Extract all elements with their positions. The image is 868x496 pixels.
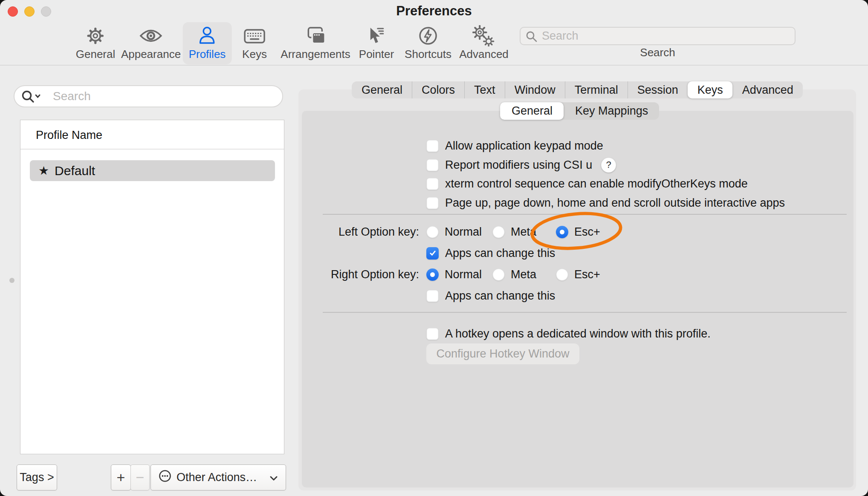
row-keypad-mode: Allow application keypad mode (426, 138, 603, 154)
search-icon (526, 31, 538, 44)
toolbar-item-label: Appearance (121, 48, 181, 61)
windows-icon (304, 25, 327, 47)
cursor-icon (366, 25, 387, 47)
toolbar-item-appearance[interactable]: Appearance (115, 22, 187, 64)
preferences-window: Preferences General Appearance (0, 0, 868, 496)
tab-general[interactable]: General (352, 81, 412, 98)
remove-profile-button[interactable]: − (130, 464, 150, 490)
toolbar-item-shortcuts[interactable]: Shortcuts (399, 22, 457, 64)
right-option-meta: Meta (492, 266, 536, 283)
checkbox-csi-u[interactable] (426, 159, 439, 171)
toolbar-item-pointer[interactable]: Pointer (353, 22, 400, 64)
checkbox-label: Allow application keypad mode (445, 139, 603, 153)
tab-terminal[interactable]: Terminal (565, 81, 628, 98)
profile-list-header: Profile Name (36, 129, 102, 142)
toolbar-item-label: Pointer (359, 48, 394, 61)
radio-right-normal[interactable] (426, 268, 439, 281)
row-csi-u: Report modifiers using CSI u ? (426, 157, 616, 173)
row-hotkey-window: A hotkey opens a dedicated window with t… (426, 326, 711, 342)
radio-label: Meta (511, 268, 536, 281)
toolbar-item-keys[interactable]: Keys (236, 22, 273, 64)
window-title: Preferences (0, 3, 868, 19)
row-modify-other-keys: xterm control sequence can enable modify… (426, 176, 748, 192)
row-scroll-outside: Page up, page down, home and end scroll … (426, 195, 785, 211)
checkbox-hotkey-window[interactable] (426, 328, 439, 340)
radio-label: Normal (445, 225, 482, 239)
eye-icon (139, 25, 163, 47)
profile-name: Default (55, 164, 95, 178)
checkbox-scroll-outside[interactable] (426, 197, 439, 209)
other-actions-label: Other Actions… (176, 471, 257, 484)
row-left-apps-change: Apps can change this (426, 245, 555, 261)
left-option-key-label: Left Option key: (295, 224, 419, 240)
left-option-normal: Normal (426, 224, 482, 240)
toolbar-item-profiles[interactable]: Profiles (183, 22, 232, 64)
checkbox-right-apps-change[interactable] (426, 290, 439, 302)
right-option-esc: Esc+ (556, 266, 600, 283)
subtab-key-mappings[interactable]: Key Mappings (564, 102, 659, 120)
section-divider (323, 214, 847, 215)
toolbar-search-field (520, 27, 796, 45)
person-icon (197, 25, 217, 47)
toolbar-item-advanced[interactable]: Advanced (453, 22, 515, 64)
gears-icon (472, 25, 495, 47)
profile-search-field (14, 85, 283, 107)
configure-hotkey-window-button[interactable]: Configure Hotkey Window (426, 343, 579, 364)
subtab-general[interactable]: General (500, 102, 564, 120)
profile-row-default[interactable]: ★ Default (30, 160, 275, 181)
help-button[interactable]: ? (601, 158, 616, 173)
toolbar-item-general[interactable]: General (70, 22, 122, 64)
checkbox-label: Apps can change this (445, 289, 555, 303)
tab-text[interactable]: Text (464, 81, 505, 98)
tags-button[interactable]: Tags > (17, 464, 57, 490)
toolbar-search-label: Search (520, 46, 796, 59)
chevron-down-icon (269, 471, 278, 484)
right-option-key-label: Right Option key: (295, 266, 419, 283)
screen: Preferences General Appearance (0, 0, 868, 496)
radio-left-meta[interactable] (492, 226, 505, 238)
circle-ellipsis-icon (159, 470, 171, 485)
tab-advanced[interactable]: Advanced (732, 81, 803, 98)
search-menu-icon[interactable] (21, 90, 43, 105)
checkbox-keypad-mode[interactable] (426, 140, 439, 152)
checkbox-modify-other-keys[interactable] (426, 178, 439, 190)
section-divider (323, 312, 847, 313)
toolbar-item-label: Arrangements (281, 48, 350, 61)
tab-window[interactable]: Window (505, 81, 565, 98)
tab-session[interactable]: Session (628, 81, 688, 98)
checkbox-label: Report modifiers using CSI u (445, 159, 592, 172)
radio-label: Esc+ (574, 225, 600, 239)
toolbar-divider (0, 65, 868, 66)
add-profile-button[interactable]: + (111, 464, 131, 490)
other-actions-dropdown[interactable]: Other Actions… (150, 464, 286, 490)
checkbox-label: Apps can change this (445, 247, 555, 260)
checkbox-label: A hotkey opens a dedicated window with t… (445, 327, 711, 340)
tab-keys[interactable]: Keys (688, 81, 732, 98)
toolbar-item-label: Shortcuts (405, 48, 451, 61)
radio-left-normal[interactable] (426, 226, 439, 238)
radio-label: Normal (445, 268, 482, 281)
radio-left-esc[interactable] (556, 226, 568, 238)
toolbar-item-label: Keys (242, 48, 267, 61)
radio-right-esc[interactable] (556, 268, 568, 281)
profile-list: Profile Name ★ Default (20, 120, 284, 454)
radio-label: Meta (511, 225, 536, 239)
splitter-handle-dot (9, 278, 14, 283)
list-header-divider (20, 149, 284, 150)
tab-colors[interactable]: Colors (412, 81, 464, 98)
row-right-apps-change: Apps can change this (426, 288, 555, 304)
profile-search-input[interactable] (52, 87, 276, 106)
left-option-meta: Meta (492, 224, 536, 240)
profile-tabs: General Colors Text Window Terminal Sess… (352, 81, 803, 98)
gear-icon (85, 25, 106, 47)
radio-label: Esc+ (574, 268, 600, 281)
toolbar-item-label: General (76, 48, 116, 61)
toolbar-item-label: Profiles (189, 48, 226, 61)
toolbar-item-label: Advanced (459, 48, 509, 61)
keys-subtabs: General Key Mappings (500, 102, 659, 120)
toolbar-search-input[interactable] (541, 28, 790, 44)
radio-right-meta[interactable] (492, 268, 505, 281)
checkbox-left-apps-change[interactable] (426, 247, 439, 260)
toolbar-item-arrangements[interactable]: Arrangements (275, 22, 356, 64)
checkbox-label: xterm control sequence can enable modify… (445, 177, 748, 190)
